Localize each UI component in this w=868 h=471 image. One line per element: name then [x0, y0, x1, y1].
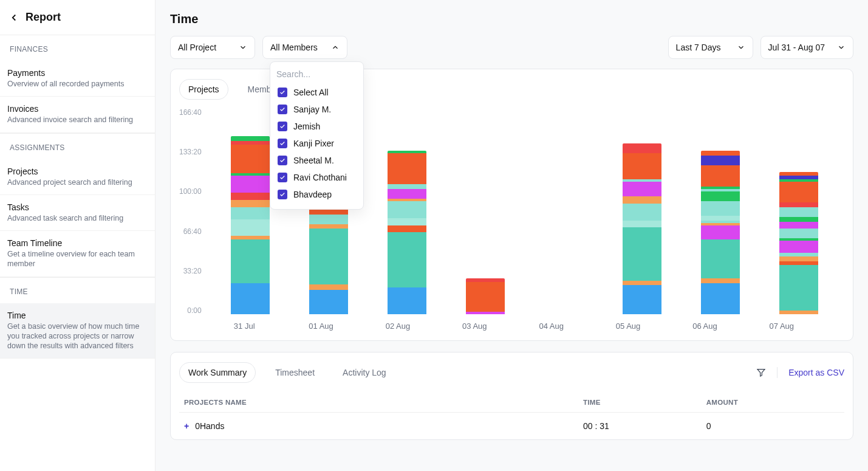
member-option[interactable]: Kanji Pixer — [270, 135, 363, 152]
stacked-bar[interactable] — [623, 143, 661, 314]
bar-segment — [779, 229, 818, 238]
stacked-bar[interactable] — [779, 172, 818, 314]
bar-segment — [388, 201, 426, 218]
range-preset-dropdown[interactable]: Last 7 Days — [668, 36, 753, 59]
nav-item-payments[interactable]: PaymentsOverview of all recorded payment… — [0, 61, 155, 97]
bar-segment — [623, 153, 661, 180]
summary-tab-work-summary[interactable]: Work Summary — [179, 362, 256, 383]
chevron-down-icon — [837, 43, 846, 52]
table-row[interactable]: +0Hands00 : 310 — [179, 413, 844, 440]
summary-tab-timesheet[interactable]: Timesheet — [267, 363, 323, 382]
bar-segment — [623, 285, 661, 314]
chevron-left-icon — [9, 12, 19, 23]
members-search-input[interactable] — [276, 69, 357, 79]
nav-item-team-timeline[interactable]: Team TimelineGet a timeline overview for… — [0, 231, 155, 277]
member-option[interactable]: Sanjay M. — [270, 101, 363, 118]
stacked-bar[interactable] — [388, 151, 426, 314]
nav-item-sub: Overview of all recorded payments — [7, 79, 148, 89]
members-dropdown[interactable]: All Members — [262, 36, 347, 59]
range-preset-label: Last 7 Days — [676, 43, 721, 52]
bar-segment — [701, 191, 740, 201]
member-option-label: Jemish — [293, 122, 320, 131]
nav-item-projects[interactable]: ProjectsAdvanced project search and filt… — [0, 159, 155, 195]
project-name: 0Hands — [195, 421, 224, 431]
project-dropdown[interactable]: All Project — [170, 36, 255, 59]
nav-item-tasks[interactable]: TasksAdvanced task search and filtering — [0, 195, 155, 231]
bar-column — [290, 191, 368, 314]
checkbox-icon — [278, 105, 287, 114]
section-label: TIME — [0, 277, 155, 303]
bar-column — [603, 143, 682, 314]
stacked-bar[interactable] — [231, 136, 270, 314]
expand-icon[interactable]: + — [184, 421, 189, 431]
x-tick: 06 Aug — [692, 321, 717, 331]
stacked-bar[interactable] — [466, 278, 505, 314]
export-csv-link[interactable]: Export as CSV — [788, 368, 844, 377]
member-option[interactable]: Jemish — [270, 118, 363, 135]
bar-segment — [779, 311, 818, 314]
nav-item-sub: Get a timeline overview for each team me… — [7, 249, 148, 269]
checkbox-icon — [278, 190, 287, 199]
checkbox-icon — [278, 139, 287, 148]
bar-segment — [231, 200, 270, 207]
nav-item-invoices[interactable]: InvoicesAdvanced invoice search and filt… — [0, 97, 155, 132]
bar-segment — [779, 217, 818, 222]
summary-table: PROJECTS NAMETIMEAMOUNT +0Hands00 : 310 — [179, 393, 844, 439]
members-dropdown-label: All Members — [270, 43, 318, 52]
bar-segment — [388, 287, 426, 314]
bar-segment — [701, 201, 740, 216]
bar-segment — [779, 202, 818, 207]
stacked-bar[interactable] — [701, 151, 740, 314]
member-option-label: Ravi Chothani — [293, 173, 347, 182]
chevron-down-icon — [737, 43, 745, 52]
checkbox-icon — [278, 122, 287, 131]
svg-marker-0 — [757, 370, 765, 376]
y-tick: 100:00 — [179, 187, 202, 196]
bar-segment — [309, 229, 348, 284]
bar-segment — [231, 283, 270, 314]
member-option[interactable]: Ravi Chothani — [270, 169, 363, 186]
stacked-bar[interactable] — [309, 191, 348, 314]
x-tick: 02 Aug — [386, 321, 411, 331]
date-range-label: Jul 31 - Aug 07 — [768, 43, 825, 52]
member-option[interactable]: Bhavdeep — [270, 186, 363, 203]
table-header: TIME — [578, 393, 702, 413]
date-range-dropdown[interactable]: Jul 31 - Aug 07 — [760, 36, 853, 59]
bar-segment — [231, 193, 270, 200]
bar-segment — [388, 232, 426, 287]
x-axis: 31 Jul01 Aug02 Aug03 Aug04 Aug05 Aug06 A… — [179, 315, 844, 331]
nav-item-title: Time — [7, 311, 148, 320]
filter-icon[interactable] — [756, 368, 766, 377]
summary-tab-activity-log[interactable]: Activity Log — [334, 363, 395, 382]
nav-item-sub: Advanced task search and filtering — [7, 213, 148, 223]
nav-item-title: Tasks — [7, 202, 148, 212]
y-tick: 33:20 — [183, 267, 202, 275]
filter-bar: All Project All Members Last 7 Days Jul … — [155, 36, 868, 69]
bar-segment — [623, 227, 661, 280]
member-option[interactable]: Sheetal M. — [270, 152, 363, 169]
x-tick: 31 Jul — [234, 321, 255, 331]
bar-segment — [623, 221, 661, 228]
page-title: Time — [155, 0, 868, 36]
bar-segment — [231, 207, 270, 219]
chart-tab-projects[interactable]: Projects — [179, 79, 228, 100]
bar-column — [760, 172, 838, 314]
bar-segment — [779, 207, 818, 217]
member-option[interactable]: Select All — [270, 84, 363, 101]
divider — [777, 367, 777, 378]
bar-segment — [231, 219, 270, 236]
bar-segment — [701, 283, 740, 314]
nav-item-sub: Get a basic overview of how much time yo… — [7, 321, 148, 351]
summary-tabs: Work SummaryTimesheetActivity Log — [179, 362, 395, 383]
sidebar-back[interactable]: Report — [0, 0, 155, 35]
nav-item-title: Team Timeline — [7, 238, 148, 248]
bar-segment — [388, 184, 426, 189]
bar-segment — [231, 145, 270, 174]
bar-segment — [309, 284, 348, 291]
x-tick: 04 Aug — [539, 321, 564, 331]
checkbox-icon — [278, 156, 287, 165]
members-dropdown-panel: Select AllSanjay M.JemishKanji PixerShee… — [270, 61, 364, 210]
bar-segment — [466, 282, 505, 312]
bar-segment — [701, 239, 740, 278]
nav-item-time[interactable]: TimeGet a basic overview of how much tim… — [0, 303, 155, 359]
